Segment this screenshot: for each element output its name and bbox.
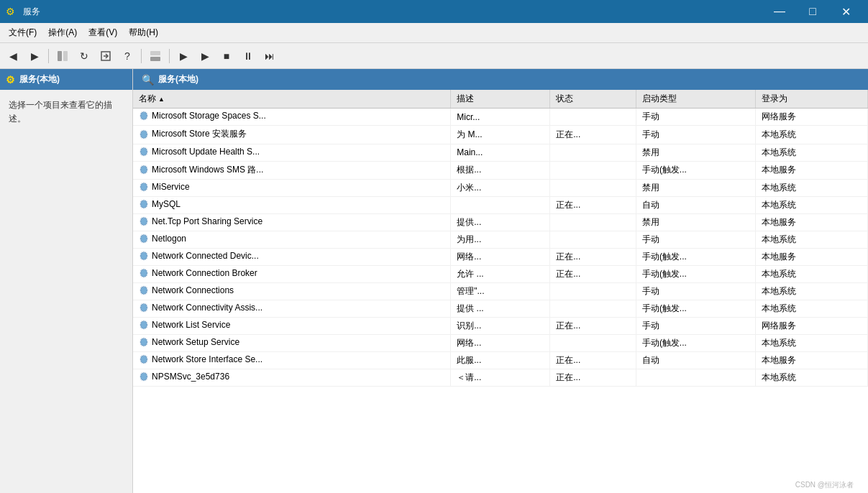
- cell-status: 正在...: [550, 197, 636, 214]
- cell-status: [550, 180, 636, 197]
- cell-login: 网络服务: [755, 318, 867, 335]
- toolbar-help[interactable]: ?: [117, 46, 137, 66]
- toolbar-refresh[interactable]: ↻: [74, 46, 94, 66]
- service-icon: [139, 182, 149, 192]
- toolbar-back[interactable]: ◀: [3, 46, 23, 66]
- table-row[interactable]: Network Store Interface Se...此服...正在...自…: [133, 352, 868, 369]
- cell-desc: 小米...: [451, 180, 550, 197]
- cell-desc: 网络...: [451, 335, 550, 352]
- svg-rect-1: [63, 51, 68, 61]
- toolbar-panel2[interactable]: [145, 46, 165, 66]
- table-header-row: 名称▲ 描述 状态 启动类型 登录为: [133, 90, 868, 109]
- sort-arrow: ▲: [158, 96, 165, 103]
- cell-startup: 禁用: [636, 144, 755, 161]
- cell-startup: 手动(触发...: [636, 300, 755, 318]
- cell-startup: 手动: [636, 109, 755, 126]
- cell-login: 本地系统: [755, 197, 867, 214]
- table-row[interactable]: Microsoft Update Health S...Main...禁用本地系…: [133, 144, 868, 161]
- service-name: Network Connectivity Assis...: [152, 303, 262, 313]
- table-row[interactable]: NPSMSvc_3e5d736＜请...正在...本地系统: [133, 369, 868, 387]
- service-icon: [139, 199, 149, 209]
- service-icon: [139, 216, 149, 226]
- panel2-icon: [150, 50, 161, 62]
- watermark: CSDN @恒河泳者: [795, 480, 854, 490]
- col-header-login[interactable]: 登录为: [755, 90, 867, 109]
- cell-desc: 为 M...: [451, 126, 550, 144]
- service-name: Microsoft Update Health S...: [152, 147, 260, 157]
- cell-name: MiService: [133, 180, 451, 197]
- table-row[interactable]: MiService小米...禁用本地系统: [133, 180, 868, 197]
- cell-status: [550, 283, 636, 300]
- table-row[interactable]: Microsoft Windows SMS 路...根据...手动(触发...本…: [133, 161, 868, 180]
- cell-login: 网络服务: [755, 109, 867, 126]
- cell-startup: 手动: [636, 231, 755, 249]
- cell-name: Netlogon: [133, 231, 451, 249]
- toolbar-play[interactable]: ▶: [173, 46, 193, 66]
- window-title: 服务: [23, 6, 763, 18]
- col-header-status[interactable]: 状态: [550, 90, 636, 109]
- cell-name: Network Connected Devic...: [133, 249, 451, 266]
- cell-startup: 手动(触发...: [636, 249, 755, 266]
- table-container[interactable]: 名称▲ 描述 状态 启动类型 登录为 Microsoft Storage Spa…: [133, 90, 868, 493]
- table-row[interactable]: Network List Service识别...正在...手动网络服务: [133, 318, 868, 335]
- sidebar-header-title: 服务(本地): [19, 73, 60, 86]
- table-row[interactable]: Microsoft Store 安装服务为 M...正在...手动本地系统: [133, 126, 868, 144]
- service-icon: [139, 251, 149, 261]
- window-controls: — □ ✕: [763, 0, 862, 23]
- cell-startup: 手动(触发...: [636, 335, 755, 352]
- table-row[interactable]: Netlogon为用...手动本地系统: [133, 231, 868, 249]
- cell-status: [550, 161, 636, 180]
- service-name: Network List Service: [152, 320, 230, 330]
- col-header-desc[interactable]: 描述: [451, 90, 550, 109]
- main-container: ⚙ 服务(本地) 选择一个项目来查看它的描述。 🔍 服务(本地) 名称▲ 描述 …: [0, 69, 868, 493]
- app-icon: ⚙: [6, 6, 17, 17]
- title-bar: ⚙ 服务 — □ ✕: [0, 0, 868, 23]
- cell-status: 正在...: [550, 369, 636, 387]
- table-row[interactable]: Network Connection Broker允许 ...正在...手动(触…: [133, 266, 868, 283]
- cell-desc: [451, 197, 550, 214]
- cell-desc: 此服...: [451, 352, 550, 369]
- cell-name: NPSMSvc_3e5d736: [133, 369, 451, 387]
- table-row[interactable]: Network Connectivity Assis...提供 ...手动(触发…: [133, 300, 868, 318]
- toolbar-forward[interactable]: ▶: [24, 46, 45, 66]
- table-row[interactable]: Network Setup Service网络...手动(触发...本地系统: [133, 335, 868, 352]
- toolbar-restart[interactable]: ⏭: [260, 46, 280, 66]
- cell-startup: 手动(触发...: [636, 161, 755, 180]
- table-row[interactable]: Microsoft Storage Spaces S...Micr...手动网络…: [133, 109, 868, 126]
- menu-bar: 文件(F) 操作(A) 查看(V) 帮助(H): [0, 23, 868, 43]
- svg-rect-4: [150, 51, 160, 55]
- maximize-button[interactable]: □: [796, 0, 829, 23]
- cell-desc: 提供 ...: [451, 300, 550, 318]
- menu-file[interactable]: 文件(F): [3, 24, 42, 42]
- toolbar-stop[interactable]: ■: [216, 46, 237, 66]
- cell-login: 本地系统: [755, 283, 867, 300]
- col-header-name[interactable]: 名称▲: [133, 90, 451, 109]
- service-name: MiService: [152, 182, 190, 192]
- table-row[interactable]: Net.Tcp Port Sharing Service提供...禁用本地服务: [133, 214, 868, 231]
- cell-login: 本地系统: [755, 144, 867, 161]
- table-row[interactable]: MySQL正在...自动本地系统: [133, 197, 868, 214]
- cell-name: Network List Service: [133, 318, 451, 335]
- service-name: Network Store Interface Se...: [152, 354, 262, 364]
- menu-help[interactable]: 帮助(H): [123, 24, 164, 42]
- menu-action[interactable]: 操作(A): [42, 24, 83, 42]
- toolbar-export[interactable]: [96, 46, 116, 66]
- cell-startup: 手动: [636, 126, 755, 144]
- cell-startup: 禁用: [636, 180, 755, 197]
- close-button[interactable]: ✕: [829, 0, 862, 23]
- toolbar-show-hide[interactable]: [52, 46, 73, 66]
- cell-desc: Main...: [451, 144, 550, 161]
- service-icon: [139, 234, 149, 244]
- cell-name: Microsoft Update Health S...: [133, 144, 451, 161]
- cell-name: Network Connections: [133, 283, 451, 300]
- menu-view[interactable]: 查看(V): [83, 24, 123, 42]
- minimize-button[interactable]: —: [763, 0, 796, 23]
- cell-login: 本地服务: [755, 214, 867, 231]
- table-row[interactable]: Network Connected Devic...网络...正在...手动(触…: [133, 249, 868, 266]
- cell-status: [550, 300, 636, 318]
- col-header-startup[interactable]: 启动类型: [636, 90, 755, 109]
- right-panel-header: 🔍 服务(本地): [133, 69, 868, 90]
- toolbar-pause[interactable]: ⏸: [238, 46, 258, 66]
- table-row[interactable]: Network Connections管理"...手动本地系统: [133, 283, 868, 300]
- toolbar-play2[interactable]: ▶: [195, 46, 215, 66]
